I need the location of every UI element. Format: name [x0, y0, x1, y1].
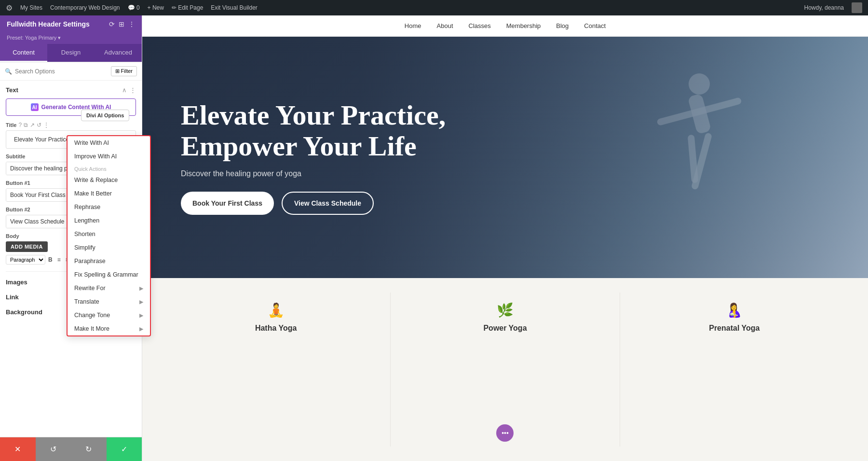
title-more-icon[interactable]: ⋮ [43, 122, 49, 128]
search-icon: 🔍 [5, 68, 12, 75]
nav-membership[interactable]: Membership [506, 22, 541, 29]
hero-section: Elevate Your Practice, Empower Your Life… [142, 37, 868, 278]
nav-blog[interactable]: Blog [556, 22, 569, 29]
nav-classes[interactable]: Classes [469, 22, 491, 29]
text-section-title: Text [6, 86, 18, 94]
ai-dropdown-menu: Write With AI Improve With AI Quick Acti… [67, 135, 151, 336]
yoga-figure [627, 65, 772, 250]
menu-paraphrase[interactable]: Paraphrase [68, 254, 150, 268]
panel-more-icon[interactable]: ⋮ [128, 20, 135, 28]
menu-make-better[interactable]: Make It Better [68, 187, 150, 200]
panel-grid-icon[interactable]: ⊞ [119, 20, 124, 28]
menu-lengthen[interactable]: Lengthen [68, 214, 150, 227]
class-card-power: 🌿 Power Yoga ••• [391, 293, 620, 447]
menu-translate[interactable]: Translate ▶ [68, 295, 150, 308]
images-label: Images [6, 279, 27, 286]
hero-subtitle: Discover the healing power of yoga [181, 169, 446, 178]
section-icons: ∧ ⋮ [122, 86, 136, 94]
class-card-prenatal: 🤱 Prenatal Yoga [620, 293, 849, 447]
menu-make-it-more[interactable]: Make It More ▶ [68, 322, 150, 335]
title-help-icon[interactable]: ? [18, 122, 22, 128]
menu-fix-spelling[interactable]: Fix Spelling & Grammar [68, 268, 150, 281]
hero-title: Elevate Your Practice, Empower Your Life [181, 100, 446, 162]
save-button[interactable]: ✓ [107, 437, 142, 461]
title-reset-icon[interactable]: ↺ [37, 122, 41, 128]
panel-sync-icon[interactable]: ⟳ [109, 20, 115, 28]
filter-button[interactable]: ⊞ Filter [111, 66, 137, 76]
rewrite-chevron-icon: ▶ [139, 285, 143, 292]
background-label: Background [6, 308, 42, 316]
redo-button[interactable]: ↻ [71, 437, 107, 461]
menu-simplify[interactable]: Simplify [68, 241, 150, 254]
power-name: Power Yoga [483, 324, 527, 333]
floating-action-badge[interactable]: ••• [496, 424, 514, 442]
search-input[interactable] [15, 68, 108, 75]
hero-content: Elevate Your Practice, Empower Your Life… [142, 100, 484, 215]
svg-rect-3 [688, 135, 699, 183]
collapse-icon[interactable]: ∧ [122, 86, 127, 94]
translate-chevron-icon: ▶ [139, 299, 143, 305]
section-more-icon[interactable]: ⋮ [130, 86, 136, 94]
tab-content[interactable]: Content [0, 44, 47, 62]
title-cursor-icon[interactable]: ↗ [30, 122, 35, 128]
panel-tabs: Content Design Advanced [0, 44, 142, 62]
comments-link[interactable]: 💬 0 [128, 4, 140, 11]
paragraph-select[interactable]: Paragraph [6, 255, 45, 265]
menu-rewrite-for[interactable]: Rewrite For ▶ [68, 281, 150, 295]
title-row: Title ? ⧉ ↗ ↺ ⋮ [6, 122, 136, 128]
bold-button[interactable]: B [46, 255, 54, 264]
panel-search: 🔍 ⊞ Filter [0, 62, 142, 81]
undo-button[interactable]: ↺ [36, 437, 71, 461]
nav-contact[interactable]: Contact [584, 22, 606, 29]
wp-admin-bar: ⚙ My Sites Contemporary Web Design 💬 0 +… [0, 0, 868, 15]
classes-section: 🧘 Hatha Yoga 🌿 Power Yoga ••• 🤱 Prenatal… [142, 278, 868, 461]
hero-book-button[interactable]: Book Your First Class [181, 192, 274, 215]
panel-preset[interactable]: Preset: Yoga Primary ▾ [0, 33, 142, 44]
prenatal-icon: 🤱 [726, 302, 743, 318]
quick-actions-label: Quick Actions [68, 163, 150, 173]
new-link[interactable]: + New [148, 4, 164, 11]
edit-page-link[interactable]: ✏ Edit Page [172, 4, 203, 11]
divi-ai-options-popup[interactable]: Divi AI Options [81, 110, 129, 121]
title-field-icons: ? ⧉ ↗ ↺ ⋮ [18, 122, 49, 128]
nav-about[interactable]: About [437, 22, 453, 29]
panel-bottom-bar: ✕ ↺ ↻ ✓ [0, 437, 142, 461]
menu-shorten[interactable]: Shorten [68, 227, 150, 241]
link-label: Link [6, 293, 19, 301]
power-icon: 🌿 [497, 302, 514, 318]
align-left-button[interactable]: ≡ [55, 255, 63, 264]
howdy-label: Howdy, deanna [804, 4, 844, 11]
svg-point-0 [689, 73, 710, 95]
my-sites-link[interactable]: My Sites [20, 4, 42, 11]
tab-design[interactable]: Design [47, 44, 95, 62]
change-tone-chevron-icon: ▶ [139, 312, 143, 319]
add-media-button[interactable]: ADD MEDIA [6, 241, 48, 252]
settings-panel: Fullwidth Header Settings ⟳ ⊞ ⋮ Preset: … [0, 15, 142, 461]
tab-advanced[interactable]: Advanced [95, 44, 142, 62]
site-nav: Home About Classes Membership Blog Conta… [142, 15, 868, 37]
panel-header: Fullwidth Header Settings ⟳ ⊞ ⋮ [0, 15, 142, 33]
ai-button-icon: AI [31, 103, 39, 111]
make-more-chevron-icon: ▶ [139, 326, 143, 332]
class-card-hatha: 🧘 Hatha Yoga [162, 293, 391, 447]
menu-change-tone[interactable]: Change Tone ▶ [68, 308, 150, 322]
exit-vb-link[interactable]: Exit Visual Builder [211, 4, 258, 11]
hero-schedule-button[interactable]: View Class Schedule [282, 192, 374, 215]
title-copy-icon[interactable]: ⧉ [24, 122, 28, 128]
panel-header-icons: ⟳ ⊞ ⋮ [109, 20, 135, 28]
menu-improve-with-ai[interactable]: Improve With AI [68, 150, 150, 163]
prenatal-name: Prenatal Yoga [709, 324, 760, 333]
menu-write-with-ai[interactable]: Write With AI [68, 136, 150, 150]
hero-buttons: Book Your First Class View Class Schedul… [181, 192, 446, 215]
menu-write-replace[interactable]: Write & Replace [68, 173, 150, 187]
cancel-button[interactable]: ✕ [0, 437, 36, 461]
hatha-icon: 🧘 [268, 302, 285, 318]
canvas-area: Home About Classes Membership Blog Conta… [142, 15, 868, 461]
avatar [852, 2, 862, 13]
nav-home[interactable]: Home [405, 22, 421, 29]
menu-rephrase[interactable]: Rephrase [68, 200, 150, 214]
title-field-label: Title [6, 122, 16, 128]
site-name-link[interactable]: Contemporary Web Design [50, 4, 120, 11]
wp-logo-icon[interactable]: ⚙ [6, 3, 13, 13]
panel-title: Fullwidth Header Settings [7, 20, 90, 28]
